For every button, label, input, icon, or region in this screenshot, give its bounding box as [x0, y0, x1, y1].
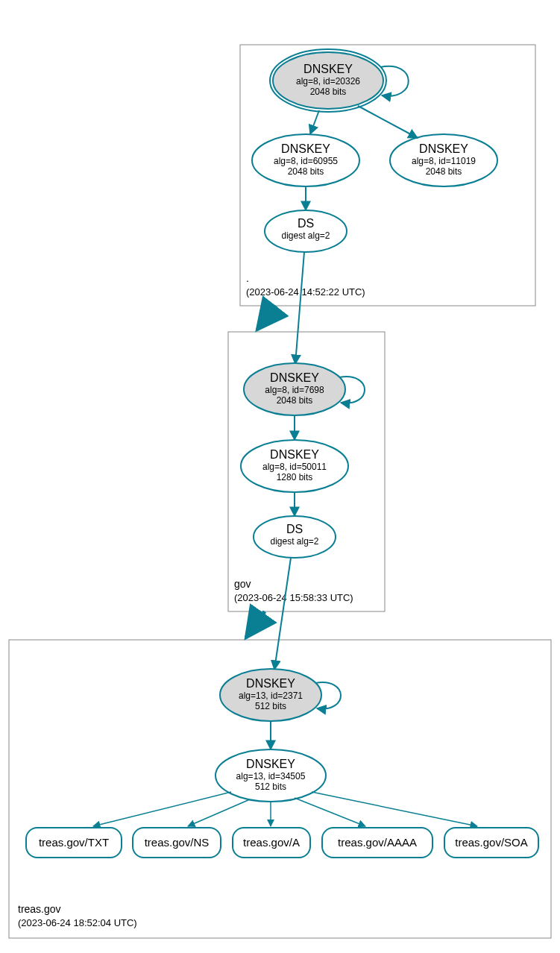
record-ns: treas.gov/NS — [133, 828, 221, 858]
svg-text:alg=8, id=50011: alg=8, id=50011 — [262, 462, 327, 472]
record-aaaa: treas.gov/AAAA — [322, 828, 432, 858]
edge-zsk-aaaa — [295, 798, 365, 826]
record-txt: treas.gov/TXT — [26, 828, 122, 858]
node-root-zsk2: DNSKEY alg=8, id=11019 2048 bits — [390, 134, 497, 186]
svg-text:alg=8, id=11019: alg=8, id=11019 — [412, 156, 476, 166]
zone-treas-ts: (2023-06-24 18:52:04 UTC) — [18, 917, 137, 928]
svg-text:treas.gov/A: treas.gov/A — [243, 836, 300, 849]
svg-text:512 bits: 512 bits — [255, 701, 286, 711]
zone-gov-label: gov — [234, 578, 251, 590]
svg-text:2048 bits: 2048 bits — [288, 166, 324, 177]
edge-rootksk-zsk1 — [310, 110, 319, 134]
zone-gov-ts: (2023-06-24 15:58:33 UTC) — [234, 592, 353, 603]
svg-text:alg=13, id=2371: alg=13, id=2371 — [239, 691, 303, 701]
svg-text:DNSKEY: DNSKEY — [303, 63, 353, 75]
svg-text:DNSKEY: DNSKEY — [270, 371, 319, 384]
node-root-zsk1: DNSKEY alg=8, id=60955 2048 bits — [252, 134, 359, 186]
svg-text:treas.gov/AAAA: treas.gov/AAAA — [338, 836, 417, 849]
edge-rootds-govksk — [295, 252, 304, 364]
dnssec-diagram: . (2023-06-24 14:52:22 UTC) gov (2023-06… — [0, 0, 560, 953]
edge-zsk-ns — [188, 799, 250, 826]
svg-text:treas.gov/TXT: treas.gov/TXT — [39, 836, 109, 849]
zone-root-label: . — [246, 272, 249, 284]
svg-text:512 bits: 512 bits — [255, 781, 286, 792]
zone-treas-label: treas.gov — [18, 903, 61, 915]
svg-text:alg=8, id=7698: alg=8, id=7698 — [265, 385, 324, 395]
edge-govds-treasksk — [274, 558, 291, 670]
svg-text:alg=8, id=60955: alg=8, id=60955 — [274, 156, 338, 166]
edge-root-to-gov-zone — [257, 306, 276, 330]
svg-text:DS: DS — [298, 217, 314, 230]
svg-text:treas.gov/SOA: treas.gov/SOA — [455, 836, 528, 849]
edge-gov-to-treas-zone — [246, 611, 265, 638]
node-treas-zsk: DNSKEY alg=13, id=34505 512 bits — [215, 749, 326, 802]
node-treas-ksk: DNSKEY alg=13, id=2371 512 bits — [220, 669, 321, 721]
edge-rootksk-zsk2 — [358, 106, 418, 138]
edge-zsk-txt — [93, 792, 231, 826]
svg-text:2048 bits: 2048 bits — [277, 395, 313, 406]
svg-text:1280 bits: 1280 bits — [277, 472, 313, 482]
node-root-ksk: DNSKEY alg=8, id=20326 2048 bits — [270, 49, 386, 112]
svg-text:2048 bits: 2048 bits — [310, 87, 347, 97]
record-a: treas.gov/A — [233, 828, 310, 858]
svg-text:digest alg=2: digest alg=2 — [281, 230, 330, 241]
zone-root-ts: (2023-06-24 14:52:22 UTC) — [246, 286, 365, 298]
svg-text:DNSKEY: DNSKEY — [246, 677, 295, 690]
svg-text:DNSKEY: DNSKEY — [270, 448, 319, 461]
svg-text:alg=8, id=20326: alg=8, id=20326 — [296, 76, 360, 87]
edge-zsk-soa — [312, 792, 477, 826]
svg-text:digest alg=2: digest alg=2 — [270, 536, 318, 547]
svg-text:DS: DS — [286, 523, 303, 535]
svg-text:DNSKEY: DNSKEY — [246, 758, 295, 770]
svg-text:alg=13, id=34505: alg=13, id=34505 — [236, 771, 306, 781]
svg-text:2048 bits: 2048 bits — [426, 166, 462, 177]
svg-text:DNSKEY: DNSKEY — [281, 142, 330, 155]
node-gov-zsk: DNSKEY alg=8, id=50011 1280 bits — [241, 440, 348, 492]
node-root-ds: DS digest alg=2 — [265, 210, 347, 252]
svg-text:treas.gov/NS: treas.gov/NS — [145, 836, 210, 849]
edge-root-ksk-self — [380, 66, 409, 96]
svg-text:DNSKEY: DNSKEY — [419, 142, 468, 155]
record-soa: treas.gov/SOA — [444, 828, 538, 858]
node-gov-ksk: DNSKEY alg=8, id=7698 2048 bits — [244, 363, 345, 415]
node-gov-ds: DS digest alg=2 — [254, 516, 336, 558]
